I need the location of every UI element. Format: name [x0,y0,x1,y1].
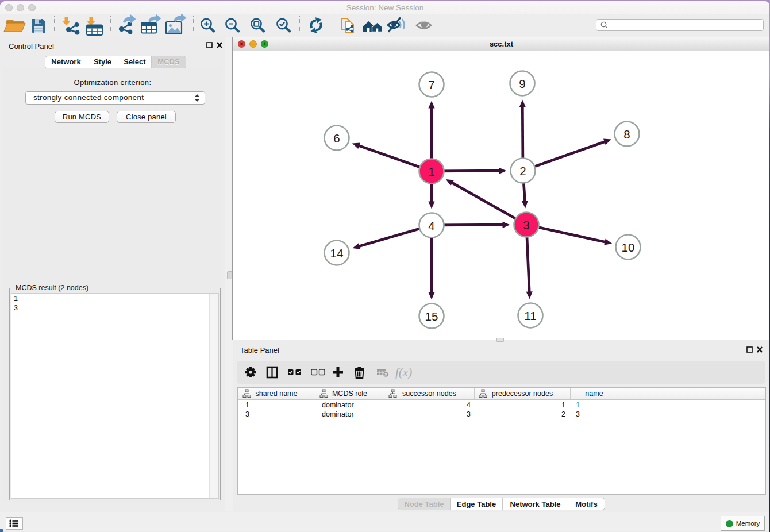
svg-text:8: 8 [623,128,630,141]
svg-text:4: 4 [428,219,434,232]
svg-text:14: 14 [330,246,344,260]
svg-text:11: 11 [524,309,536,322]
svg-text:10: 10 [622,241,635,254]
svg-text:f(x): f(x) [395,365,412,379]
svg-text:2: 2 [519,164,526,178]
svg-text:9: 9 [519,77,525,90]
svg-text:7: 7 [428,78,434,91]
svg-text:1: 1 [428,165,434,178]
svg-text:3: 3 [523,218,529,232]
svg-text:15: 15 [425,310,438,323]
svg-text:6: 6 [333,132,340,145]
